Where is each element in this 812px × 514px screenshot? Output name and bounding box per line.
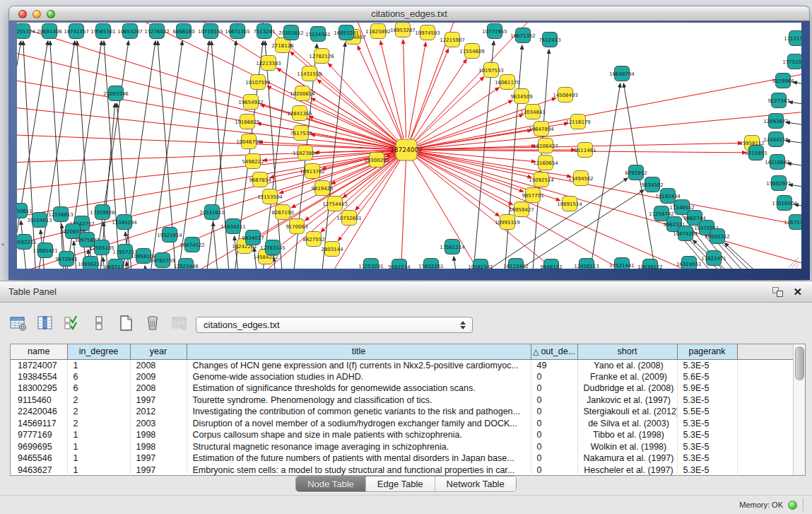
show-columns-button[interactable]: [34, 313, 57, 334]
table-tabs-area: Node TableEdge TableNetwork Table: [0, 476, 812, 492]
table-row[interactable]: 2242004622012Investigating the contribut…: [11, 406, 793, 418]
delete-table-button[interactable]: [141, 313, 164, 334]
column-header-name[interactable]: name: [11, 344, 67, 359]
zoom-window-button[interactable]: [47, 10, 55, 18]
table-tabs: Node TableEdge TableNetwork Table: [295, 476, 517, 492]
column-header-in_degree[interactable]: in_degree: [67, 344, 130, 359]
cell: [737, 406, 793, 418]
import-table-button: [168, 313, 191, 334]
cell: [737, 359, 793, 371]
graph-node-label: 18741357: [64, 29, 89, 35]
tab-edge-table[interactable]: Edge Table: [365, 477, 435, 491]
merge-rows-button[interactable]: [88, 313, 110, 334]
panel-collapse-arrow[interactable]: ◂: [1, 240, 4, 247]
tab-node-table[interactable]: Node Table: [296, 477, 365, 491]
graph-node-label: 12444158: [763, 137, 789, 143]
network-frame: 1872400727181261221338310107554196549221…: [8, 21, 810, 280]
graph-edge-black: [126, 262, 134, 269]
graph-node-label: 18300295: [364, 158, 389, 163]
source-table-select[interactable]: citations_edges.txt: [196, 317, 473, 333]
cell: 22420046: [11, 406, 67, 418]
graph-edge-red: [17, 40, 406, 150]
graph-node-label: 11554609: [459, 49, 485, 54]
column-header-title[interactable]: title: [187, 344, 531, 359]
graph-edge-black: [265, 41, 286, 269]
cell: Genome-wide association studies in ADHD.: [187, 371, 531, 383]
graph-node-label: 16782759: [150, 258, 175, 264]
table-row[interactable]: 946362711997Embryonic stem cells: a mode…: [11, 465, 793, 477]
graph-node-label: 15124361: [305, 32, 331, 37]
memory-ok-indicator[interactable]: [788, 501, 797, 510]
graph-edge-black: [793, 82, 801, 89]
graph-node-label: 11823804: [293, 151, 318, 156]
table-row[interactable]: 911546021997Tourette syndrome. Phenomeno…: [11, 395, 793, 407]
table-row[interactable]: 1456911722003Disruption of a novel membe…: [11, 418, 793, 430]
graph-edge-red: [380, 41, 404, 139]
cell: Nakamura et al. (1997): [577, 452, 677, 465]
table-toolbar: f(x): [7, 311, 218, 335]
table-settings-button[interactable]: [7, 313, 30, 334]
table-row[interactable]: 1830029562008Estimation of significance …: [11, 382, 793, 395]
table-scrollbar[interactable]: [793, 344, 805, 475]
graph-edge-red: [406, 150, 801, 269]
graph-node-label: 12153594: [257, 194, 283, 200]
column-header-short[interactable]: short: [577, 344, 677, 359]
graph-node-label: 11685421: [33, 248, 58, 254]
column-header-filler: [737, 344, 793, 359]
graph-node-label: 19166825: [235, 119, 260, 125]
cell: [737, 429, 793, 441]
column-header-out_de...[interactable]: △out_de...: [531, 344, 577, 359]
graph-edge-red: [416, 157, 500, 216]
table-row[interactable]: 977716911998Corpus callosum shape and si…: [11, 429, 793, 441]
graph-edge-red: [17, 150, 406, 195]
graph-node-label: 10197533: [478, 68, 504, 74]
table-panel-body: f(x) citations_edges.txt namein_degreeye…: [0, 303, 812, 514]
cell: [737, 418, 793, 430]
graph-edge-red: [418, 154, 524, 192]
table-row[interactable]: 969969511998Structural magnetic resonanc…: [11, 441, 793, 453]
cell: Hescheler et al. (1997): [577, 465, 677, 477]
tab-network-table[interactable]: Network Table: [435, 477, 516, 491]
graph-node-label: 10719155: [198, 29, 223, 35]
close-window-button[interactable]: [18, 10, 27, 18]
graph-node-label: 9582214: [388, 264, 411, 269]
table-row[interactable]: 946554611997Estimation of the future num…: [11, 452, 793, 465]
cell: 5.3E-5: [677, 441, 737, 453]
cell: 5.3E-5: [677, 418, 737, 430]
row-check-button[interactable]: [61, 313, 83, 334]
cell: 0: [531, 371, 577, 383]
table-row[interactable]: 1938455462009Genome-wide association stu…: [11, 371, 793, 383]
graph-node-label: 12160654: [533, 160, 558, 166]
table-panel-title: Table Panel: [0, 286, 57, 297]
column-header-pagerank[interactable]: pagerank: [677, 344, 737, 359]
cell: 0: [531, 452, 577, 465]
traffic-lights: [18, 10, 55, 18]
cell: 1998: [130, 441, 187, 453]
graph-node-label: 12505185: [89, 245, 114, 251]
scrollbar-thumb[interactable]: [795, 346, 804, 380]
cell: Wolkin et al. (1998): [577, 441, 677, 453]
new-table-button[interactable]: [114, 313, 137, 334]
graph-node-label: 10107554: [245, 80, 271, 86]
resize-grip-icon[interactable]: [792, 261, 799, 267]
column-header-year[interactable]: year: [130, 344, 187, 359]
table-row[interactable]: 1872400712008Changes of HCN gene express…: [11, 359, 793, 371]
minimize-window-button[interactable]: [33, 10, 41, 18]
graph-node-label: 10592211: [17, 240, 37, 245]
network-view[interactable]: 1872400727181261221338310107554196549221…: [17, 23, 801, 269]
close-panel-icon[interactable]: ✕: [793, 287, 802, 297]
graph-edge-red: [267, 86, 396, 145]
cell: [737, 382, 793, 395]
cell: 2003: [130, 418, 187, 430]
cell: Estimation of the future numbers of pati…: [187, 452, 531, 465]
graph-node-label: 12213383: [256, 61, 281, 66]
cell: 9465546: [11, 452, 67, 465]
graph-node-label: 16671352: [510, 33, 536, 39]
cell: 49: [531, 359, 577, 371]
cell: 1997: [130, 452, 187, 465]
resize-grip-icon[interactable]: [796, 264, 799, 267]
graph-node-label: 10647894: [529, 127, 554, 132]
graph-node-label: 10582341: [468, 264, 493, 269]
float-panel-icon[interactable]: [772, 287, 783, 297]
window-titlebar[interactable]: citations_edges.txt: [8, 6, 810, 21]
